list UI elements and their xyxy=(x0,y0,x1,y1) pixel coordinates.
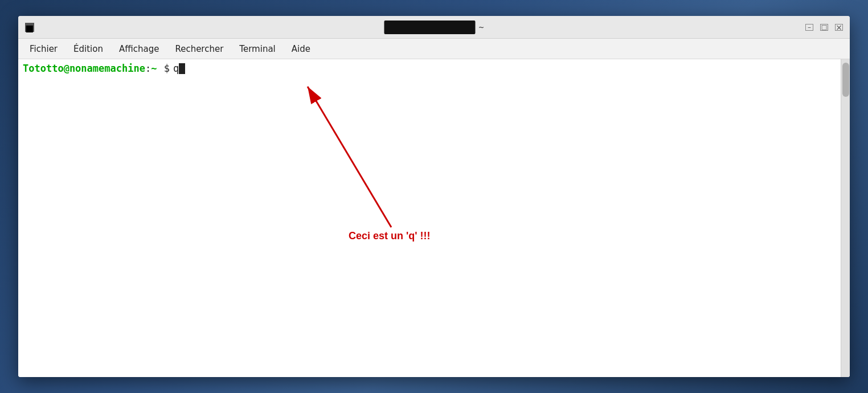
prompt-dollar: $ xyxy=(158,63,169,74)
prompt-path: ~ xyxy=(151,63,157,74)
annotation-text: Ceci est un 'q' !!! xyxy=(349,230,431,242)
menu-rechercher[interactable]: Rechercher xyxy=(168,42,230,56)
desktop: ■ ~ Fichier Édition Affichage Rechercher… xyxy=(0,0,868,393)
terminal-icon: ■ xyxy=(25,23,34,32)
title-tilde: ~ xyxy=(478,22,484,32)
menu-aide[interactable]: Aide xyxy=(285,42,317,56)
scrollbar[interactable] xyxy=(841,59,850,377)
menu-affichage[interactable]: Affichage xyxy=(112,42,166,56)
cursor xyxy=(179,63,185,74)
menu-bar: Fichier Édition Affichage Rechercher Ter… xyxy=(18,39,850,59)
close-button[interactable] xyxy=(835,24,843,31)
minimize-button[interactable] xyxy=(805,24,813,31)
terminal-body[interactable]: Tototto@nonamemachine : ~ $ q xyxy=(18,59,841,377)
prompt-separator: : xyxy=(145,63,151,74)
title-bar-center: ~ xyxy=(384,21,484,34)
prompt-command: q xyxy=(173,63,179,74)
scrollbar-thumb[interactable] xyxy=(842,63,849,97)
window-title xyxy=(384,21,475,34)
menu-terminal[interactable]: Terminal xyxy=(232,42,282,56)
menu-fichier[interactable]: Fichier xyxy=(23,42,64,56)
annotation-arrow-svg xyxy=(18,59,841,377)
maximize-button[interactable] xyxy=(820,24,828,31)
title-bar-controls xyxy=(805,24,843,31)
prompt-line: Tototto@nonamemachine : ~ $ q xyxy=(23,63,836,74)
terminal-window: ■ ~ Fichier Édition Affichage Rechercher… xyxy=(18,16,850,377)
prompt-user-host: Tototto@nonamemachine xyxy=(23,63,145,74)
title-bar-left: ■ xyxy=(25,23,34,32)
terminal-content[interactable]: Tototto@nonamemachine : ~ $ q xyxy=(18,59,850,377)
title-bar: ■ ~ xyxy=(18,16,850,39)
annotation-arrow-line xyxy=(308,87,391,227)
annotation-overlay: Ceci est un 'q' !!! xyxy=(18,59,841,377)
menu-edition[interactable]: Édition xyxy=(67,42,110,56)
